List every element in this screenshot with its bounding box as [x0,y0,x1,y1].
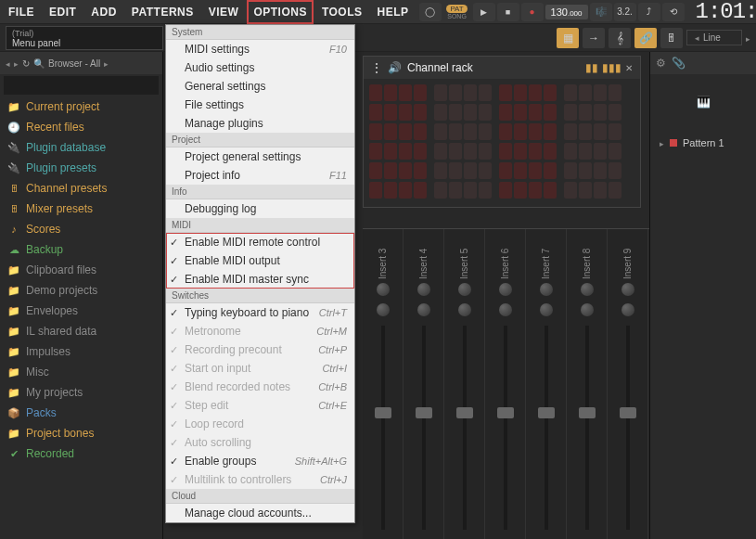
pan-knob[interactable] [458,283,471,296]
browser-item[interactable]: 📁Current project [0,96,162,117]
step-cell[interactable] [434,143,447,160]
step-cell[interactable] [399,162,412,179]
step-cell[interactable] [499,104,512,121]
mixer-track[interactable]: Insert 4 [404,229,444,539]
vol-knob[interactable] [540,303,553,316]
mixer-track[interactable]: Insert 9 [608,229,648,539]
menu-item[interactable]: ✓Typing keyboard to pianoCtrl+T [166,303,354,322]
menu-item[interactable]: ✓Step editCtrl+E [166,396,354,415]
menu-options[interactable]: OPTIONS [249,2,312,22]
browser-item[interactable]: 🎚Channel presets [0,178,162,199]
loop-rec-icon[interactable]: ⟲ [662,3,685,21]
step-cell[interactable] [369,84,382,101]
menu-item[interactable]: Project infoF11 [166,166,354,185]
fader[interactable] [463,326,467,530]
menu-item[interactable]: ✓Blend recorded notesCtrl+B [166,378,354,396]
vol-knob[interactable] [458,303,471,316]
step-cell[interactable] [499,143,512,160]
fader-handle[interactable] [497,407,514,418]
pan-knob[interactable] [417,283,430,296]
chevron-right-icon[interactable] [746,32,750,45]
pan-knob[interactable] [581,283,594,296]
step-cell[interactable] [594,182,607,199]
menu-item[interactable]: Manage cloud accounts... [166,504,354,522]
step-cell[interactable] [464,143,477,160]
step-cell[interactable] [594,123,607,140]
step-cell[interactable] [384,123,397,140]
step-cell[interactable] [594,143,607,160]
record-button[interactable] [521,3,544,21]
menu-item[interactable]: General settings [166,77,354,96]
step-cell[interactable] [499,162,512,179]
step-cell[interactable] [544,162,557,179]
close-icon[interactable] [625,61,633,74]
vol-knob[interactable] [581,303,594,316]
menu-item[interactable]: ✓Enable MIDI output [166,251,354,270]
step-cell[interactable] [464,84,477,101]
step-cell[interactable] [384,182,397,199]
step-cell[interactable] [564,84,577,101]
step-cell[interactable] [499,182,512,199]
step-cell[interactable] [384,84,397,101]
loop-icon[interactable]: ◯ [419,3,442,21]
browser-item[interactable]: 📁Envelopes [0,301,162,321]
step-cell[interactable] [514,162,527,179]
clip-icon[interactable]: 📎 [672,57,686,70]
view-piano-button[interactable]: → [583,28,605,48]
mixer-track[interactable]: Insert 5 [444,229,485,539]
overdub-icon[interactable]: ⤴ [638,3,660,21]
pattern-item[interactable]: Pattern 1 [650,130,756,156]
tempo-display[interactable]: 130.000 [545,5,588,19]
pattern-song-toggle[interactable]: PAT SONG [443,2,471,22]
step-cell[interactable] [529,162,542,179]
step-cell[interactable] [434,182,447,199]
step-cell[interactable] [529,84,542,101]
step-cell[interactable] [564,182,577,199]
menu-item[interactable]: File settings [166,96,354,114]
menu-file[interactable]: FILE [4,2,39,22]
step-cell[interactable] [609,182,621,199]
fader-handle[interactable] [416,407,432,418]
bars-icon[interactable]: ▮▮ [585,61,598,74]
fader[interactable] [504,326,507,530]
step-cell[interactable] [449,104,462,121]
step-cell[interactable] [449,143,462,160]
browser-item[interactable]: 📁Impulses [0,341,162,362]
browser-item[interactable]: 🔌Plugin database [0,137,162,158]
step-cell[interactable] [369,162,382,179]
step-cell[interactable] [499,123,512,140]
step-cell[interactable] [594,104,607,121]
step-cell[interactable] [449,182,462,199]
step-cell[interactable] [434,162,447,179]
step-cell[interactable] [529,104,542,121]
pan-knob[interactable] [377,283,390,296]
step-cell[interactable] [479,143,492,160]
vol-knob[interactable] [621,303,634,316]
piano-icon[interactable]: 🎹 [697,96,711,109]
step-cell[interactable] [464,182,477,199]
countdown-icon[interactable]: 3.2. [614,3,636,21]
back-icon[interactable] [6,58,10,69]
vol-knob[interactable] [499,303,512,316]
step-cell[interactable] [544,182,557,199]
step-cell[interactable] [464,162,477,179]
step-cell[interactable] [594,162,607,179]
browser-item[interactable]: 📁Misc [0,362,162,382]
step-cell[interactable] [564,143,577,160]
menu-item[interactable]: ✓Loop record [166,415,354,433]
step-cell[interactable] [564,123,577,140]
menu-item[interactable]: ✓MetronomeCtrl+M [166,322,354,340]
step-cell[interactable] [414,143,427,160]
menu-item[interactable]: MIDI settingsF10 [166,40,354,58]
metronome-icon[interactable]: 🎼 [590,3,612,21]
step-cell[interactable] [464,104,477,121]
menu-tools[interactable]: TOOLS [317,2,367,22]
fader[interactable] [545,326,548,530]
snap-selector[interactable]: Line [686,30,742,45]
mixer-track[interactable]: Insert 3 [363,229,404,539]
step-cell[interactable] [544,123,557,140]
step-cell[interactable] [514,104,527,121]
menu-item[interactable]: ✓Enable MIDI master sync [166,270,354,289]
play-button[interactable] [473,3,495,21]
step-cell[interactable] [384,162,397,179]
